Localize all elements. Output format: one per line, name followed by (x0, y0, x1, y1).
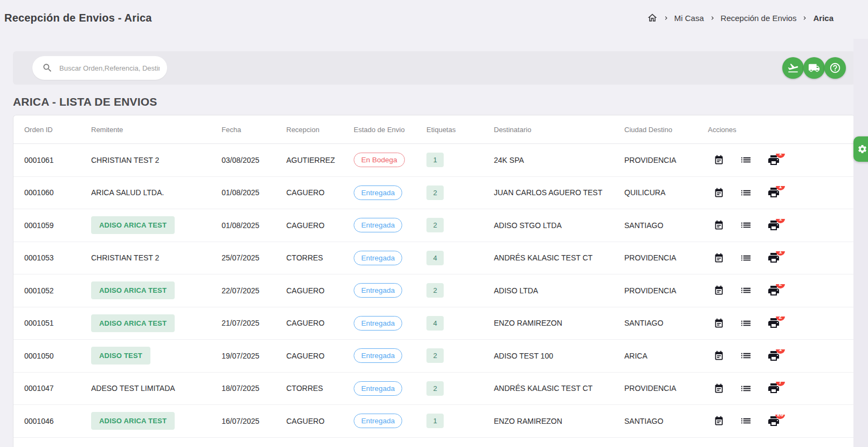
etiquetas-cell: 1 (426, 414, 494, 428)
etiquetas-cell: 2 (426, 381, 494, 396)
ciudad-destino-cell: PROVIDENCIA (624, 253, 708, 262)
remitente-label: ARICA SALUD LTDA. (91, 188, 164, 197)
print-button[interactable]: 1 (767, 251, 780, 264)
estado-cell: Entregada (354, 381, 426, 396)
print-button[interactable]: 2 (767, 284, 780, 297)
col-ciudad-destino: Ciudad Destino (624, 126, 708, 134)
remitente-label: CHRISTIAN TEST 2 (91, 253, 159, 262)
calendar-button[interactable] (713, 383, 725, 394)
breadcrumb-arica: Arica (813, 13, 833, 23)
recepcion-cell: CAGUERO (286, 286, 354, 295)
print-button[interactable]: 28 (767, 415, 780, 428)
remitente-cell: ADISO TEST (91, 347, 222, 365)
estado-badge: Entregada (354, 348, 402, 363)
detail-list-button[interactable] (740, 382, 752, 395)
ciudad-destino-cell: PROVIDENCIA (624, 286, 708, 295)
detail-list-button[interactable] (740, 415, 752, 427)
calendar-button[interactable] (713, 154, 725, 166)
print-button[interactable]: 1 (767, 154, 780, 167)
detail-list-button[interactable] (740, 284, 752, 297)
fecha-cell: 01/08/2025 (222, 221, 286, 230)
fecha-cell: 19/07/2025 (222, 352, 286, 360)
etiquetas-count-badge: 4 (426, 316, 444, 331)
destinatario-cell: ENZO RAMIREZON (494, 417, 624, 425)
orden-id-cell: 0001046 (24, 417, 91, 425)
orden-id-cell: 0001053 (24, 253, 91, 262)
etiquetas-cell: 2 (426, 218, 494, 232)
print-button[interactable]: 1 (767, 186, 780, 199)
print-button[interactable]: 1 (767, 219, 780, 232)
calendar-button[interactable] (713, 252, 725, 264)
print-button[interactable]: 1 (767, 349, 780, 362)
detail-list-button[interactable] (740, 252, 752, 264)
orden-id-cell: 0001060 (24, 188, 91, 197)
calendar-button[interactable] (713, 285, 725, 296)
flight-takeoff-button[interactable] (782, 57, 804, 79)
home-icon[interactable] (647, 12, 658, 23)
detail-list-button[interactable] (740, 349, 752, 362)
etiquetas-count-badge: 2 (426, 218, 444, 232)
estado-cell: Entregada (354, 316, 426, 331)
acciones-cell: 1 (708, 186, 855, 199)
calendar-button[interactable] (713, 415, 725, 427)
orden-id-cell: 0001051 (24, 319, 91, 327)
recepcion-cell: CTORRES (286, 253, 354, 262)
col-etiquetas: Etiquetas (426, 126, 494, 134)
remitente-label: ADISO ARICA TEST (91, 412, 175, 430)
col-recepcion: Recepcion (286, 126, 354, 134)
calendar-button[interactable] (713, 318, 725, 329)
remitente-cell: CHRISTIAN TEST 2 (91, 156, 222, 164)
acciones-cell: 7 (708, 382, 855, 395)
destinatario-cell: JUAN CARLOS AGUERO TEST (494, 188, 624, 197)
table-header: Orden ID Remitente Fecha Recepcion Estad… (13, 115, 855, 144)
breadcrumb-mi-casa[interactable]: Mi Casa (674, 13, 704, 23)
etiquetas-cell: 4 (426, 251, 494, 265)
calendar-icon (713, 219, 725, 231)
main-content: ARICA - LISTA DE ENVIOS Orden ID Remiten… (0, 51, 868, 447)
remitente-cell: ADISO ARICA TEST (91, 216, 222, 234)
calendar-icon (713, 285, 725, 296)
detail-list-button[interactable] (740, 187, 752, 199)
ciudad-destino-cell: SANTIAGO (624, 319, 708, 327)
plane-takeoff-icon (787, 62, 799, 74)
print-button[interactable]: 2 (767, 317, 780, 329)
calendar-button[interactable] (713, 187, 725, 198)
orden-id-cell: 0001059 (24, 221, 91, 230)
remitente-label: ADISO ARICA TEST (91, 216, 175, 234)
list-title: ARICA - LISTA DE ENVIOS (13, 94, 855, 109)
print-count-badge: 28 (775, 415, 785, 419)
help-button[interactable] (824, 57, 846, 79)
fecha-cell: 18/07/2025 (222, 384, 286, 393)
recepcion-cell: CAGUERO (286, 417, 354, 425)
acciones-cell: 1 (708, 251, 855, 264)
destinatario-cell: ANDRÉS KALASIC TEST CT (494, 384, 624, 393)
truck-button[interactable] (803, 57, 825, 79)
calendar-button[interactable] (713, 219, 725, 231)
acciones-cell: 2 (708, 317, 855, 329)
settings-tab-button[interactable] (853, 136, 868, 162)
estado-badge: Entregada (354, 316, 402, 331)
list-icon (740, 219, 752, 231)
destinatario-cell: ADISO LTDA (494, 286, 624, 295)
etiquetas-cell: 2 (426, 348, 494, 363)
breadcrumb-recepcion-de-envios[interactable]: Recepción de Envios (721, 13, 797, 23)
table-row: 0001051 ADISO ARICA TEST 21/07/2025 CAGU… (13, 307, 855, 340)
list-icon (740, 252, 752, 264)
detail-list-button[interactable] (740, 154, 752, 166)
orden-id-cell: 0001050 (24, 352, 91, 360)
destinatario-cell: ANDRÉS KALASIC TEST CT (494, 253, 624, 262)
calendar-button[interactable] (713, 350, 725, 361)
recepcion-cell: CAGUERO (286, 221, 354, 230)
recepcion-cell: AGUTIERREZ (286, 156, 354, 164)
detail-list-button[interactable] (740, 219, 752, 231)
search-input[interactable] (59, 64, 160, 72)
etiquetas-cell: 1 (426, 153, 494, 167)
fecha-cell: 25/07/2025 (222, 253, 286, 262)
estado-badge: Entregada (354, 414, 402, 428)
estado-cell: En Bodega (354, 153, 426, 167)
destinatario-cell: ADISO STGO LTDA (494, 221, 624, 230)
print-button[interactable]: 7 (767, 382, 780, 395)
top-bar: Recepción de Envios - Arica Mi Casa Rece… (0, 0, 868, 36)
orden-id-cell: 0001052 (24, 286, 91, 295)
detail-list-button[interactable] (740, 317, 752, 329)
